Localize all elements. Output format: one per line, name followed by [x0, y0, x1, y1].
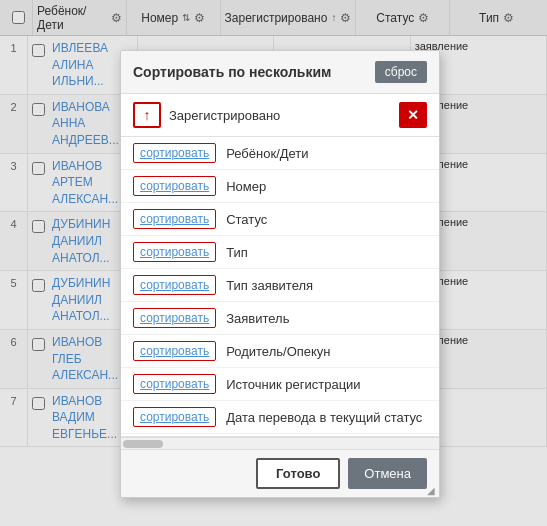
sort-field-label: Номер: [226, 179, 266, 194]
sort-link[interactable]: сортировать: [133, 176, 216, 196]
modal-header: Сортировать по нескольким сброс: [121, 51, 439, 94]
modal-title: Сортировать по нескольким: [133, 64, 331, 80]
sort-list-item: сортировать Тип заявителя: [121, 269, 439, 302]
sort-link[interactable]: сортировать: [133, 209, 216, 229]
resize-handle[interactable]: ◢: [427, 485, 439, 497]
sort-list-item: сортировать Источник регистрации: [121, 368, 439, 401]
sort-list: сортировать Ребёнок/Дети сортировать Ном…: [121, 137, 439, 437]
remove-sort-button[interactable]: ✕: [399, 102, 427, 128]
sort-field-label: Статус: [226, 212, 267, 227]
active-sort-row: ↑ Зарегистрировано ✕: [121, 94, 439, 137]
sort-field-label: Источник регистрации: [226, 377, 360, 392]
sort-list-item: сортировать Заявитель: [121, 302, 439, 335]
sort-link[interactable]: сортировать: [133, 242, 216, 262]
sort-field-label: Тип заявителя: [226, 278, 313, 293]
modal-footer: Готово Отмена: [121, 449, 439, 497]
sort-list-item: сортировать Номер: [121, 170, 439, 203]
cancel-button[interactable]: Отмена: [348, 458, 427, 489]
sort-field-label: Родитель/Опекун: [226, 344, 330, 359]
sort-field-label: Дата перевода в текущий статус: [226, 410, 422, 425]
reset-button[interactable]: сброс: [375, 61, 427, 83]
modal-scrollbar[interactable]: [121, 437, 439, 449]
sort-list-item: сортировать Родитель/Опекун: [121, 335, 439, 368]
sort-list-item: сортировать Тип: [121, 236, 439, 269]
sort-field-label: Ребёнок/Дети: [226, 146, 308, 161]
sort-field-label: Тип: [226, 245, 248, 260]
sort-link[interactable]: сортировать: [133, 275, 216, 295]
sort-link[interactable]: сортировать: [133, 341, 216, 361]
done-button[interactable]: Готово: [256, 458, 340, 489]
sort-link[interactable]: сортировать: [133, 143, 216, 163]
active-sort-label: Зарегистрировано: [169, 108, 391, 123]
sort-list-item: сортировать Статус: [121, 203, 439, 236]
sort-link[interactable]: сортировать: [133, 407, 216, 427]
sort-list-item: сортировать Ребёнок/Дети: [121, 137, 439, 170]
sort-direction-button[interactable]: ↑: [133, 102, 161, 128]
sort-modal: Сортировать по нескольким сброс ↑ Зареги…: [120, 50, 440, 498]
sort-list-item: сортировать Дата перевода в текущий стат…: [121, 401, 439, 434]
sort-link[interactable]: сортировать: [133, 308, 216, 328]
scrollbar-thumb: [123, 440, 163, 448]
sort-link[interactable]: сортировать: [133, 374, 216, 394]
sort-field-label: Заявитель: [226, 311, 289, 326]
